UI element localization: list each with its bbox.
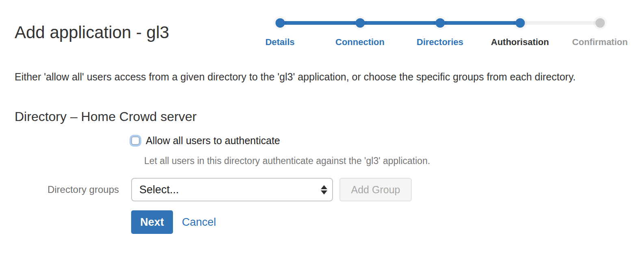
wizard-actions-row: Next Cancel: [131, 210, 629, 234]
allow-all-checkbox[interactable]: [131, 136, 140, 145]
add-application-page: Add application - gl3 Details Connection…: [0, 0, 644, 268]
allow-all-row: Allow all users to authenticate: [131, 135, 629, 147]
directory-groups-row: Directory groups Select... Add Group: [15, 178, 629, 201]
wizard-stepper: Details Connection Directories Authorisa…: [240, 18, 640, 52]
directory-groups-select[interactable]: Select...: [131, 178, 333, 201]
step-dot-details: [275, 18, 285, 28]
step-link-details[interactable]: Details: [265, 37, 294, 48]
allow-all-label[interactable]: Allow all users to authenticate: [146, 135, 280, 147]
step-link-directories[interactable]: Directories: [417, 37, 463, 48]
step-label-authorisation: Authorisation: [491, 37, 549, 48]
directory-groups-select-value: Select...: [139, 184, 179, 196]
step-dot-confirmation: [595, 18, 605, 28]
step-dot-directories: [435, 18, 445, 28]
directory-groups-label: Directory groups: [15, 184, 131, 195]
step-label-confirmation: Confirmation: [572, 37, 628, 48]
stepper-progress-bar: [280, 21, 520, 25]
page-header: Add application - gl3 Details Connection…: [0, 0, 644, 52]
authorisation-step-content: Either 'allow all' users access from a g…: [0, 69, 644, 234]
select-arrows-icon: [321, 185, 327, 195]
page-description: Either 'allow all' users access from a g…: [15, 69, 591, 85]
add-group-button[interactable]: Add Group: [339, 178, 412, 201]
step-dot-authorisation: [515, 18, 525, 28]
allow-all-help-text: Let all users in this directory authenti…: [144, 156, 629, 166]
directory-section-heading: Directory – Home Crowd server: [15, 109, 629, 124]
step-dot-connection: [355, 18, 365, 28]
page-title: Add application - gl3: [15, 23, 169, 42]
step-link-connection[interactable]: Connection: [335, 37, 385, 48]
cancel-link[interactable]: Cancel: [182, 216, 216, 229]
next-button[interactable]: Next: [131, 210, 173, 234]
